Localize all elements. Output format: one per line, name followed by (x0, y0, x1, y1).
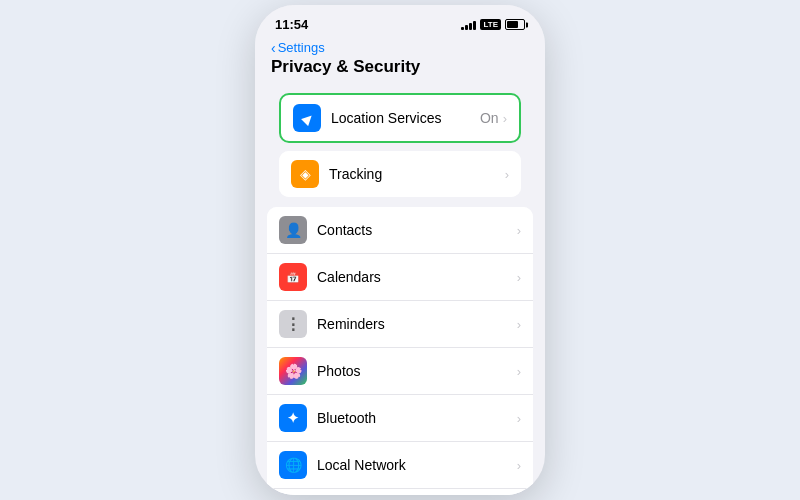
local-network-icon: 🌐 (279, 451, 307, 479)
location-services-row[interactable]: ▶ Location Services On › (279, 93, 521, 143)
photos-label: Photos (317, 363, 517, 379)
contacts-chevron-icon: › (517, 223, 521, 238)
location-services-icon: ▶ (293, 104, 321, 132)
main-list-group: 👤 Contacts › 📅 Calendars › ⋮ Reminders › (267, 207, 533, 495)
photos-row[interactable]: 🌸 Photos › (267, 348, 533, 395)
location-services-value: On (480, 110, 499, 126)
nav-header: ‹ Settings Privacy & Security (255, 36, 545, 85)
calendars-icon: 📅 (279, 263, 307, 291)
back-label: Settings (278, 40, 325, 55)
tracking-label: Tracking (329, 166, 505, 182)
location-services-chevron-icon: › (503, 111, 507, 126)
bluetooth-icon: ✦ (279, 404, 307, 432)
microphone-row[interactable]: 🎤 Microphone › (267, 489, 533, 495)
reminders-label: Reminders (317, 316, 517, 332)
local-network-row[interactable]: 🌐 Local Network › (267, 442, 533, 489)
tracking-group: ◈ Tracking › (279, 151, 521, 197)
page-title: Privacy & Security (271, 57, 529, 77)
tracking-icon: ◈ (291, 160, 319, 188)
status-icons: LTE (461, 19, 525, 30)
calendars-chevron-icon: › (517, 270, 521, 285)
local-network-chevron-icon: › (517, 458, 521, 473)
photos-icon: 🌸 (279, 357, 307, 385)
battery-icon (505, 19, 525, 30)
signal-icon (461, 20, 476, 30)
reminders-row[interactable]: ⋮ Reminders › (267, 301, 533, 348)
back-chevron-icon: ‹ (271, 41, 276, 55)
calendars-row[interactable]: 📅 Calendars › (267, 254, 533, 301)
bluetooth-row[interactable]: ✦ Bluetooth › (267, 395, 533, 442)
reminders-chevron-icon: › (517, 317, 521, 332)
back-button[interactable]: ‹ Settings (271, 40, 529, 55)
lte-badge: LTE (480, 19, 501, 30)
contacts-icon: 👤 (279, 216, 307, 244)
reminders-icon: ⋮ (279, 310, 307, 338)
location-services-label: Location Services (331, 110, 480, 126)
bluetooth-chevron-icon: › (517, 411, 521, 426)
status-bar: 11:54 LTE (255, 5, 545, 36)
contacts-label: Contacts (317, 222, 517, 238)
bluetooth-label: Bluetooth (317, 410, 517, 426)
status-time: 11:54 (275, 17, 308, 32)
tracking-chevron-icon: › (505, 167, 509, 182)
calendars-label: Calendars (317, 269, 517, 285)
contacts-row[interactable]: 👤 Contacts › (267, 207, 533, 254)
phone-container: 11:54 LTE ‹ Settings Privacy & Security (255, 5, 545, 495)
tracking-row[interactable]: ◈ Tracking › (279, 151, 521, 197)
photos-chevron-icon: › (517, 364, 521, 379)
local-network-label: Local Network (317, 457, 517, 473)
content-area: ▶ Location Services On › ◈ Tracking › (255, 85, 545, 495)
